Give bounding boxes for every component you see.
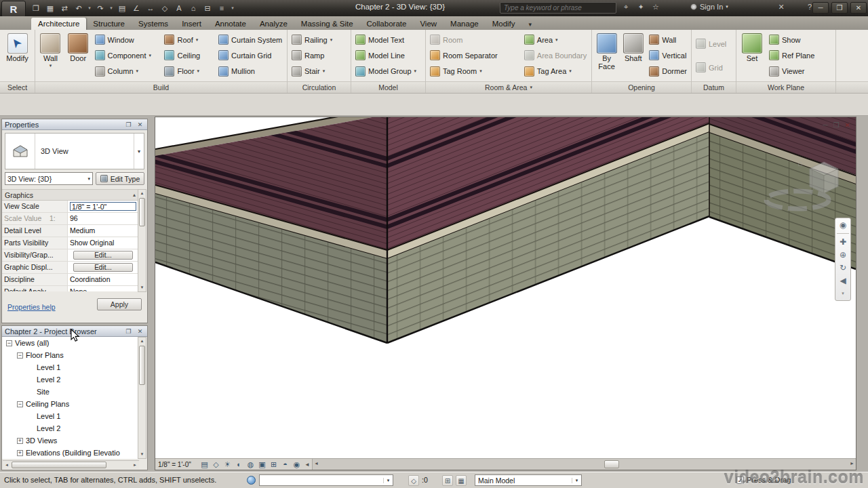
floor-button[interactable]: Floor ▾ [162,64,215,79]
panel-label-model[interactable]: Model [351,81,425,93]
prop-row-view-scale[interactable]: View Scale 1/8" = 1'-0" [2,201,138,213]
ceiling-button[interactable]: Ceiling [162,48,215,63]
prop-row-discipline[interactable]: Discipline Coordination [2,274,138,286]
drawing-area[interactable]: ─ ❐ ✕ ⌂ ◉ ✚ ⊕ ↻ ◀ ▾ 1/8" = 1' [155,117,856,470]
editable-only-icon[interactable]: ⊞ [442,475,453,486]
type-selector[interactable]: 3D View ▾ [5,133,144,169]
search-icon[interactable]: ⌖ [620,3,632,12]
shadows-icon[interactable]: ◐ [233,460,245,468]
aligned-dimension-icon[interactable]: ↔ [144,2,157,14]
panel-label-build[interactable]: Build [35,81,287,93]
qat-customize-icon[interactable]: ▾ [230,2,235,14]
rendering-icon[interactable]: ◍ [245,460,256,469]
door-button[interactable]: Door [65,31,92,80]
model-line-button[interactable]: Model Line [353,48,423,63]
tab-manage[interactable]: Manage [443,18,486,30]
detail-level-value[interactable]: Medium [68,225,138,237]
scroll-down-icon[interactable]: ▼ [138,451,146,458]
undo-dropdown-icon[interactable]: ▾ [87,2,92,14]
room-separator-button[interactable]: Room Separator [428,48,521,63]
scroll-right-icon[interactable]: ► [131,462,139,469]
prop-row-default-analysis[interactable]: Default Analy... None [2,286,138,291]
area-dropdown-icon[interactable]: ▾ [555,37,558,43]
room-area-panel-dropdown-icon[interactable]: ▾ [530,85,532,90]
restore-button[interactable]: ❐ [831,2,848,14]
save-icon[interactable]: ▦ [44,2,56,14]
panel-label-select[interactable]: Select [0,81,35,93]
tree-item-site[interactable]: Site [2,386,138,398]
tab-structure[interactable]: Structure [86,18,132,30]
properties-close-icon[interactable]: ✕ [136,121,144,129]
panel-label-room-area[interactable]: Room & Area ▾ [426,81,591,93]
area-boundary-button[interactable]: Area Boundary [522,48,589,63]
wall-button[interactable]: Wall ▾ [37,31,64,80]
expander-icon[interactable] [17,401,23,407]
tab-architecture[interactable]: Architecture [31,18,86,30]
model-group-button[interactable]: Model Group ▾ [353,64,423,79]
application-menu-button[interactable]: R [1,1,26,18]
ramp-button[interactable]: Ramp [290,48,349,63]
opening-by-face-button[interactable]: By Face [594,31,619,80]
roof-button[interactable]: Roof ▾ [162,33,215,47]
worksets-select[interactable]: ▾ [259,474,393,486]
thin-lines-icon[interactable]: ≡ [216,2,228,14]
room-button[interactable]: Room [428,33,521,47]
scroll-down-icon[interactable]: ▼ [138,284,146,291]
edit-type-button[interactable]: Edit Type [96,172,144,185]
crop-view-icon[interactable]: ▣ [256,460,268,469]
type-selector-dropdown-icon[interactable]: ▾ [134,134,144,169]
visual-style-icon[interactable]: ◇ [210,460,222,469]
dormer-button[interactable]: Dormer [647,64,689,79]
prop-row-parts-visibility[interactable]: Parts Visibility Show Original [2,237,138,249]
expander-icon[interactable] [17,352,23,359]
worksets-icon[interactable] [247,476,256,485]
tab-massing-site[interactable]: Massing & Site [294,18,360,30]
floor-dropdown-icon[interactable]: ▾ [197,68,200,74]
sync-icon[interactable]: ⇄ [58,2,71,14]
tab-annotate[interactable]: Annotate [208,18,253,30]
wall-dropdown-icon[interactable]: ▾ [50,63,52,68]
tag-area-button[interactable]: Tag Area ▾ [522,64,589,79]
prop-row-scale-value[interactable]: Scale Value 1: 96 [2,213,138,225]
pan-icon[interactable]: ✚ [840,237,846,247]
scale-button[interactable]: 1/8" = 1'-0" [155,461,199,468]
ref-plane-button[interactable]: Ref Plane [767,48,832,63]
properties-help-link[interactable]: Properties help [7,303,56,311]
panel-label-datum[interactable]: Datum [692,81,736,93]
tree-item-ceiling-level-1[interactable]: Level 1 [2,410,138,422]
apply-button[interactable]: Apply [97,298,142,310]
expander-icon[interactable] [6,340,12,346]
section-collapse-icon[interactable]: ▴ [133,192,136,198]
detail-level-icon[interactable]: ▤ [199,460,210,469]
measure-icon[interactable]: ∠ [130,2,142,14]
expander-icon[interactable] [17,438,23,444]
tab-view[interactable]: View [413,18,443,30]
visibility-edit-button[interactable]: Edit... [73,251,133,260]
tree-item-ceiling-plans[interactable]: Ceiling Plans [2,398,138,410]
rewind-icon[interactable]: ◀ [840,276,846,285]
model-group-dropdown-icon[interactable]: ▾ [414,68,417,74]
navbar-expand-icon[interactable]: ▾ [842,289,844,298]
tree-item-floor-plans[interactable]: Floor Plans [2,349,138,361]
show-work-plane-button[interactable]: Show [767,33,832,47]
exchange-apps-icon[interactable]: ✕ [775,3,787,12]
tag-room-dropdown-icon[interactable]: ▾ [479,68,482,74]
window-button[interactable]: Window [93,33,161,47]
level-button[interactable]: Level [694,37,734,52]
component-dropdown-icon[interactable]: ▾ [149,53,151,58]
stair-button[interactable]: Stair ▾ [290,64,349,79]
column-button[interactable]: Column ▾ [93,64,161,79]
section-icon[interactable]: ⊟ [201,2,214,14]
set-work-plane-button[interactable]: Set [738,31,766,80]
reveal-hidden-icon[interactable]: ◉ [291,460,302,469]
tree-item-elevations[interactable]: Elevations (Building Elevatio [2,447,138,459]
panel-label-work-plane[interactable]: Work Plane [736,81,835,93]
navigation-bar[interactable]: ◉ ✚ ⊕ ↻ ◀ ▾ [835,218,851,301]
building-model[interactable] [155,117,856,458]
prop-row-detail-level[interactable]: Detail Level Medium [2,225,138,237]
browser-h-scrollbar[interactable]: ◄ ► [3,460,139,469]
graphics-section-header[interactable]: Graphics ▴ [2,190,138,201]
steering-wheel-icon[interactable]: ◉ [840,220,846,230]
tree-item-ceiling-level-2[interactable]: Level 2 [2,422,138,434]
tab-systems[interactable]: Systems [132,18,175,30]
